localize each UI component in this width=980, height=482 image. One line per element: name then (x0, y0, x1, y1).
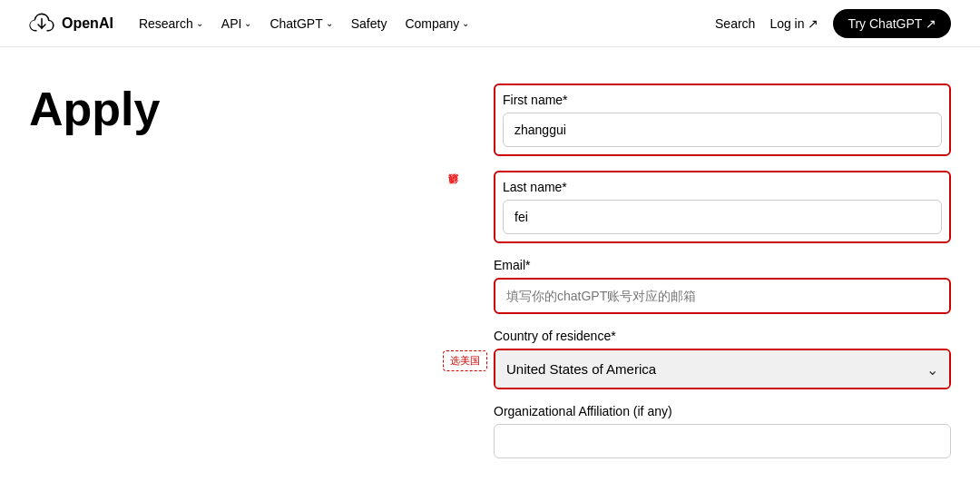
nav-research[interactable]: Research ⌄ (139, 16, 203, 31)
email-group: Email* (494, 258, 951, 314)
country-select-wrapper: United States of America China United Ki… (495, 350, 949, 388)
chevron-down-icon: ⌄ (326, 18, 333, 28)
main-content: Apply 必须填 First name* Last name* Email* … (0, 47, 980, 482)
form-section: 必须填 First name* Last name* Email* Countr… (465, 84, 951, 473)
country-group: Country of residence* 选美国 United States … (494, 329, 951, 389)
select-annotation-label: 选美国 (443, 350, 487, 371)
nav-api[interactable]: API ⌄ (221, 16, 252, 31)
logo-text: OpenAI (62, 15, 113, 32)
nav-chatgpt[interactable]: ChatGPT ⌄ (270, 16, 332, 31)
openai-logo-icon (29, 11, 54, 36)
left-section: Apply (29, 84, 465, 473)
first-name-label: First name* (503, 93, 942, 107)
last-name-group: Last name* (494, 171, 951, 243)
org-label: Organizational Affiliation (if any) (494, 404, 951, 418)
nav-safety-label: Safety (351, 16, 387, 31)
nav-links: Research ⌄ API ⌄ ChatGPT ⌄ Safety Compan… (139, 16, 469, 31)
nav-left: OpenAI Research ⌄ API ⌄ ChatGPT ⌄ Safety… (29, 11, 469, 36)
last-name-input[interactable] (503, 200, 942, 234)
nav-api-label: API (221, 16, 242, 31)
email-input[interactable] (494, 278, 951, 314)
logo[interactable]: OpenAI (29, 11, 113, 36)
first-name-input[interactable] (503, 113, 942, 147)
first-name-group: First name* (494, 84, 951, 156)
country-select[interactable]: United States of America China United Ki… (495, 350, 949, 388)
org-group: Organizational Affiliation (if any) (494, 404, 951, 458)
search-link[interactable]: Search (715, 16, 755, 31)
page-title: Apply (29, 84, 465, 135)
nav-company[interactable]: Company ⌄ (405, 16, 469, 31)
login-link[interactable]: Log in ↗ (769, 16, 818, 31)
nav-right: Search Log in ↗ Try ChatGPT ↗ (715, 9, 951, 38)
nav-research-label: Research (139, 16, 193, 31)
nav-chatgpt-label: ChatGPT (270, 16, 322, 31)
org-input[interactable] (494, 424, 951, 458)
navigation: OpenAI Research ⌄ API ⌄ ChatGPT ⌄ Safety… (0, 0, 980, 47)
nav-safety[interactable]: Safety (351, 16, 387, 31)
try-chatgpt-button[interactable]: Try ChatGPT ↗ (833, 9, 951, 38)
chevron-down-icon: ⌄ (196, 18, 203, 28)
country-label: Country of residence* (494, 329, 951, 343)
chevron-down-icon: ⌄ (462, 18, 469, 28)
country-select-container: United States of America China United Ki… (494, 349, 951, 389)
country-wrapper: 选美国 United States of America China Unite… (494, 349, 951, 389)
email-label: Email* (494, 258, 951, 272)
last-name-label: Last name* (503, 180, 942, 194)
chevron-down-icon: ⌄ (244, 18, 251, 28)
nav-company-label: Company (405, 16, 459, 31)
